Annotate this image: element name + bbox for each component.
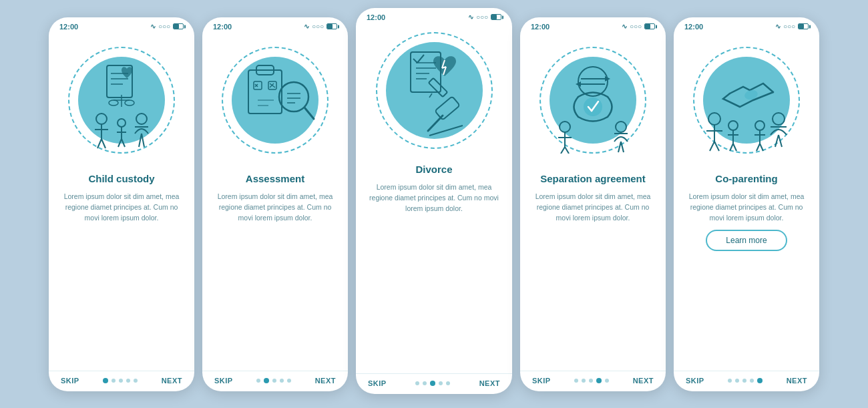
svg-point-57 <box>584 97 602 116</box>
dot-3-1 <box>423 381 427 385</box>
dot-2-2 <box>272 379 276 383</box>
next-btn-2[interactable]: NEXT <box>315 377 336 385</box>
illustration-divorce <box>367 24 501 158</box>
status-bar-3: 12:00 ∿ ○○○ <box>356 8 512 24</box>
svg-rect-22 <box>248 70 282 114</box>
phone-coparenting: 12:00 ∿ ○○○ <box>674 17 819 391</box>
svg-line-67 <box>621 142 624 152</box>
svg-point-84 <box>755 121 765 130</box>
dot-1-2 <box>119 379 123 383</box>
wifi-icon-4: ∿ <box>622 23 627 30</box>
signal-icon-5: ○○○ <box>783 23 795 30</box>
svg-line-63 <box>561 147 565 154</box>
dot-5-4 <box>757 378 763 383</box>
next-btn-4[interactable]: NEXT <box>633 377 654 385</box>
svg-point-13 <box>118 119 126 127</box>
svg-point-60 <box>560 122 570 132</box>
svg-line-20 <box>142 134 144 147</box>
footer-1: SKIP NEXT <box>49 371 194 391</box>
battery-icon-4 <box>644 23 655 29</box>
svg-rect-24 <box>254 81 262 89</box>
status-bar-4: 12:00 ∿ ○○○ <box>520 17 666 33</box>
dot-2-3 <box>280 379 284 383</box>
svg-line-64 <box>565 147 569 154</box>
dot-2-1 <box>264 378 269 383</box>
svg-line-19 <box>139 134 142 147</box>
next-btn-5[interactable]: NEXT <box>787 377 807 385</box>
dots-3 <box>415 381 450 386</box>
svg-point-18 <box>136 114 147 124</box>
assessment-svg <box>222 47 329 154</box>
time-1: 12:00 <box>59 23 78 31</box>
status-icons-1: ∿ ○○○ <box>150 23 184 30</box>
dots-4 <box>574 378 609 383</box>
svg-point-65 <box>616 122 626 132</box>
separation-svg <box>539 47 646 154</box>
svg-line-66 <box>618 142 621 152</box>
signal-icon-1: ○○○ <box>158 23 170 30</box>
phone-content-4: Separation agreement Lorem ipsum dolor s… <box>520 33 666 371</box>
divorce-svg <box>376 32 493 149</box>
wifi-icon-3: ∿ <box>468 13 473 21</box>
phone-content-1: Child custody Lorem ipsum dolor sit dim … <box>49 33 194 371</box>
dot-5-2 <box>742 379 746 383</box>
status-icons-3: ∿ ○○○ <box>468 13 501 21</box>
time-2: 12:00 <box>213 23 232 31</box>
dot-5-3 <box>750 379 754 383</box>
svg-line-73 <box>710 142 714 151</box>
text-divorce: Lorem ipsum dolor sit dim amet, mea regi… <box>367 182 501 214</box>
time-5: 12:00 <box>684 23 703 31</box>
skip-btn-3[interactable]: SKIP <box>368 379 387 387</box>
signal-icon-2: ○○○ <box>312 23 324 30</box>
text-separation: Lorem ipsum dolor sit dim amet, mea regi… <box>531 192 655 223</box>
svg-line-88 <box>760 144 763 151</box>
next-btn-3[interactable]: NEXT <box>479 379 500 387</box>
dot-4-0 <box>574 379 578 383</box>
dot-1-0 <box>103 378 108 383</box>
dot-1-1 <box>112 379 116 383</box>
wifi-icon-1: ∿ <box>150 23 156 30</box>
svg-point-7 <box>125 100 134 106</box>
svg-line-79 <box>733 144 736 151</box>
phone-content-3: Divorce Lorem ipsum dolor sit dim amet, … <box>356 24 512 373</box>
svg-point-70 <box>708 113 720 125</box>
title-assessment: Assessment <box>246 172 304 186</box>
status-bar-1: 12:00 ∿ ○○○ <box>49 17 194 33</box>
svg-point-8 <box>96 114 107 124</box>
text-child-custody: Lorem ipsum dolor sit dim amet, mea regi… <box>59 192 184 223</box>
svg-line-87 <box>756 144 760 151</box>
dot-3-2 <box>430 381 435 386</box>
signal-icon-4: ○○○ <box>630 23 642 30</box>
wifi-icon-5: ∿ <box>775 23 781 30</box>
footer-5: SKIP NEXT <box>674 371 819 391</box>
skip-btn-1[interactable]: SKIP <box>61 377 79 385</box>
title-divorce: Divorce <box>415 163 452 176</box>
dot-4-3 <box>596 378 602 383</box>
title-coparenting: Co-parenting <box>715 172 777 186</box>
phone-separation: 12:00 ∿ ○○○ <box>520 17 666 391</box>
signal-icon-3: ○○○ <box>476 13 488 21</box>
svg-line-45 <box>429 93 432 97</box>
battery-icon-1 <box>173 23 184 29</box>
next-btn-1[interactable]: NEXT <box>162 377 182 385</box>
learn-more-button[interactable]: Learn more <box>706 230 787 251</box>
skip-btn-5[interactable]: SKIP <box>686 377 704 385</box>
svg-line-33 <box>304 108 314 119</box>
dot-3-3 <box>439 381 443 385</box>
dot-3-4 <box>446 381 450 385</box>
svg-rect-46 <box>435 96 460 120</box>
phone-child-custody: 12:00 ∿ ○○○ <box>49 17 194 391</box>
skip-btn-4[interactable]: SKIP <box>532 377 551 385</box>
wifi-icon-2: ∿ <box>304 23 309 30</box>
dots-1 <box>103 378 138 383</box>
status-icons-5: ∿ ○○○ <box>775 23 809 30</box>
skip-btn-2[interactable]: SKIP <box>214 377 233 385</box>
svg-line-48 <box>429 126 463 136</box>
child-custody-svg <box>68 47 175 154</box>
time-4: 12:00 <box>531 23 550 31</box>
illustration-child-custody <box>59 33 184 167</box>
time-3: 12:00 <box>367 13 385 21</box>
illustration-assessment <box>213 33 337 167</box>
dot-2-0 <box>256 379 260 383</box>
dot-5-1 <box>735 379 739 383</box>
